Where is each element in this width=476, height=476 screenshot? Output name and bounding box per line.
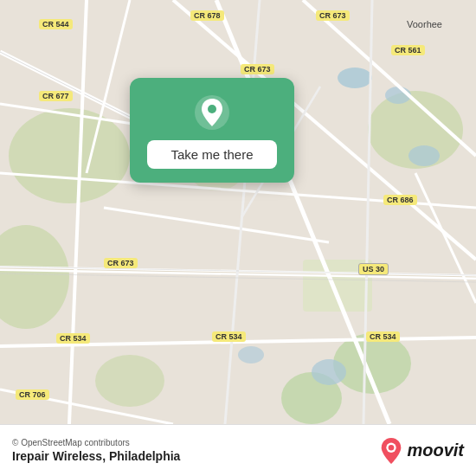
moovit-logo: moovit: [379, 437, 464, 465]
svg-point-37: [389, 444, 395, 450]
road-label-cr706: CR 706: [16, 389, 49, 400]
moovit-brand-text: moovit: [407, 441, 464, 460]
map-svg: [0, 0, 476, 424]
svg-point-12: [312, 359, 346, 385]
road-label-us30: US 30: [358, 263, 389, 275]
take-me-there-button[interactable]: Take me there: [147, 140, 277, 169]
svg-point-6: [95, 355, 164, 407]
location-card: Take me there: [130, 78, 294, 183]
road-label-cr534-mid: CR 534: [212, 331, 246, 342]
road-label-cr673-low: CR 673: [104, 258, 138, 268]
svg-point-1: [9, 108, 130, 203]
voorhee-label: Voorhee: [407, 19, 442, 29]
road-label-cr678: CR 678: [190, 10, 224, 21]
svg-point-9: [338, 68, 372, 88]
road-label-cr673-top: CR 673: [316, 10, 350, 21]
road-label-cr534-right: CR 534: [366, 331, 400, 342]
road-label-cr534-left: CR 534: [56, 333, 90, 344]
map-container: CR 544 CR 678 CR 673 CR 561 CR 677 CR 67…: [0, 0, 476, 424]
moovit-pin-icon: [379, 437, 403, 465]
location-title: Irepair Wireless, Philadelphia: [12, 449, 180, 463]
road-label-cr673-mid: CR 673: [241, 64, 274, 74]
location-pin-icon: [193, 93, 231, 132]
svg-point-11: [408, 145, 440, 166]
bottom-left-info: © OpenStreetMap contributors Irepair Wir…: [12, 438, 180, 463]
svg-point-13: [238, 346, 264, 363]
bottom-bar: © OpenStreetMap contributors Irepair Wir…: [0, 424, 476, 476]
svg-point-35: [208, 105, 216, 113]
road-label-cr561: CR 561: [391, 45, 425, 55]
road-label-cr677: CR 677: [39, 91, 73, 101]
copyright-text: © OpenStreetMap contributors: [12, 438, 180, 447]
road-label-cr686: CR 686: [383, 195, 417, 205]
road-label-cr544: CR 544: [39, 19, 73, 29]
